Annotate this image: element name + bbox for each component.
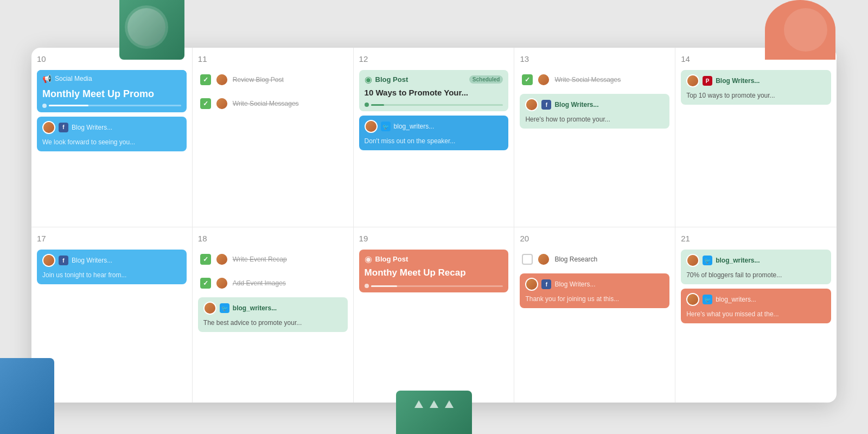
twitter-card-12[interactable]: 🐦 blog_writers... Don't miss out on the …	[359, 116, 509, 150]
blog-card-header: ◉ Blog Post Scheduled	[359, 70, 509, 87]
avatar-17	[42, 254, 55, 267]
avatar-bw-13	[525, 98, 538, 111]
progress-fill	[49, 105, 88, 106]
day-cell-14: 14 P Blog Writers... Top 10 ways to prom…	[675, 48, 837, 227]
blog-label: Blog Post	[375, 75, 409, 84]
avatar-13	[537, 73, 550, 86]
day-number-11: 11	[198, 54, 348, 63]
blog-writers-card-13[interactable]: f Blog Writers... Here's how to promote …	[520, 94, 669, 129]
blog-post-title-19: Monthy Meet Up Recap	[365, 267, 503, 278]
task-item-write-social-13[interactable]: ✓ Write Social Messages	[520, 70, 669, 90]
tw-body-21-r: Here's what you missed at the...	[681, 308, 831, 323]
blog-writers-card-20[interactable]: f Blog Writers... Thank you for joining …	[520, 273, 669, 308]
avatar-tw-18	[203, 302, 216, 315]
twitter-card-body: Don't miss out on the speaker...	[359, 135, 509, 150]
promo-card-header: 📢 Social Media	[37, 70, 187, 86]
megaphone-icon: 📢	[42, 74, 52, 83]
progress-dot	[365, 103, 369, 107]
blog-writers-header-13: f Blog Writers...	[520, 94, 669, 113]
card-text: We look forward to seeing you...	[42, 138, 181, 146]
promo-card-title: Monthly Meet Up Promo	[37, 86, 187, 101]
avatar-pt-14	[686, 74, 699, 87]
bw-username-13: Blog Writers...	[554, 101, 598, 108]
blog-icon: ◉ Blog Post	[365, 74, 409, 85]
svg-marker-1	[430, 400, 438, 408]
task-cb-images[interactable]: ✓	[200, 278, 211, 289]
social-fb-card-17[interactable]: f Blog Writers... Join us tonight to hea…	[37, 250, 187, 284]
promo-card-label: Social Media	[55, 75, 92, 82]
svg-marker-2	[445, 400, 454, 408]
blog-post-card-12[interactable]: ◉ Blog Post Scheduled 10 Ways to Promote…	[359, 70, 509, 111]
blog-post-card-19[interactable]: ◉ Blog Post Monthy Meet Up Recap	[359, 250, 509, 292]
task-label-images: Add Event Images	[233, 279, 286, 287]
avatar-research	[537, 253, 550, 266]
blog-label-19: Blog Post	[375, 255, 409, 263]
tw-username-21-g: blog_writers...	[716, 257, 760, 264]
twitter-card-text: Don't miss out on the speaker...	[365, 137, 503, 145]
day-cell-17: 17 f Blog Writers... Join us tonight to …	[31, 227, 193, 403]
bw-card-body-13: Here's how to promote your...	[520, 113, 669, 129]
fb-card-body-17: Join us tonight to hear from...	[37, 269, 187, 284]
progress-dot-19	[365, 284, 369, 288]
avatar	[215, 73, 228, 86]
avatar-recap	[215, 253, 228, 266]
progress-track-19	[371, 285, 503, 287]
avatar	[42, 121, 55, 134]
twitter-card-18[interactable]: 🐦 blog_writers... The best advice to pro…	[198, 297, 348, 332]
promo-card[interactable]: 📢 Social Media Monthly Meet Up Promo	[37, 70, 187, 112]
rss-icon-19: ◉	[365, 254, 372, 264]
twitter-card-21-green[interactable]: 🐦 blog_writers... 70% of bloggers fail t…	[681, 250, 831, 284]
task-cb-recap[interactable]: ✓	[200, 254, 211, 265]
scheduled-badge: Scheduled	[469, 75, 503, 84]
fb-icon-20: f	[541, 279, 551, 289]
task-checkbox-done-2[interactable]: ✓	[200, 98, 211, 109]
corner-decoration-bl	[0, 358, 54, 434]
day-number-21: 21	[681, 234, 831, 243]
day-cell-11: 11 ✓ Review Blog Post ✓ Write Social Mes…	[193, 48, 354, 227]
twitter-card-header: 🐦 blog_writers...	[359, 116, 509, 135]
fb-icon-17: f	[59, 256, 68, 265]
task-label-research: Blog Research	[554, 256, 597, 263]
pinterest-card-14[interactable]: P Blog Writers... Top 10 ways to promote…	[681, 70, 831, 105]
day-number-13: 13	[520, 54, 669, 63]
social-fb-card-10[interactable]: f Blog Writers... We look forward to see…	[37, 117, 187, 151]
blog-progress	[359, 100, 509, 111]
fb-card-text-17: Join us tonight to hear from...	[42, 271, 181, 279]
task-label-recap: Write Event Recap	[233, 256, 287, 263]
task-checkbox-13[interactable]: ✓	[522, 74, 533, 85]
blog-icon-19: ◉ Blog Post	[365, 254, 409, 264]
bw-card-body-20: Thank you for joining us at this...	[520, 293, 669, 308]
twitter-card-21-red[interactable]: 🐦 blog_writers... Here's what you missed…	[681, 289, 831, 323]
blog-progress-19	[359, 282, 509, 292]
avatar-bw-20	[525, 278, 538, 291]
tw-header-21-red: 🐦 blog_writers...	[681, 289, 831, 308]
avatar-tw-21-r	[686, 293, 699, 306]
avatar-images	[215, 277, 228, 290]
task-event-images[interactable]: ✓ Add Event Images	[198, 273, 348, 293]
task-item-review[interactable]: ✓ Review Blog Post	[198, 70, 348, 90]
rss-icon: ◉	[365, 74, 372, 85]
day-cell-10: 10 📢 Social Media Monthly Meet Up Promo	[31, 48, 193, 227]
day-cell-12: 12 ◉ Blog Post Scheduled 10 Ways to Prom…	[354, 48, 515, 227]
progress-track	[49, 105, 181, 106]
task-blog-research[interactable]: Blog Research	[520, 250, 669, 269]
tw-username-21-r: blog_writers...	[716, 296, 756, 303]
task-label-2: Write Social Messages	[233, 100, 299, 107]
progress-track	[371, 104, 503, 106]
tw-card-text-18: The best advice to promote your...	[203, 319, 342, 327]
tw-card-body-18: The best advice to promote your...	[198, 317, 348, 332]
task-item-write-social[interactable]: ✓ Write Social Messages	[198, 94, 348, 113]
task-event-recap[interactable]: ✓ Write Event Recap	[198, 250, 348, 269]
check-icon-13: ✓	[525, 76, 530, 84]
fb-card-header-17: f Blog Writers...	[37, 250, 187, 269]
task-checkbox-done[interactable]: ✓	[200, 74, 211, 85]
corner-decoration-tr	[765, 0, 835, 60]
week-row-1: 10 📢 Social Media Monthly Meet Up Promo	[31, 48, 837, 227]
calendar-container: 10 📢 Social Media Monthly Meet Up Promo	[31, 48, 837, 403]
progress-fill	[371, 104, 384, 106]
task-cb-research[interactable]	[522, 254, 533, 265]
tw-icon-18: 🐦	[220, 303, 229, 313]
progress-fill-19	[371, 285, 398, 287]
bw-username-20: Blog Writers...	[554, 280, 595, 288]
tw-icon-21-g: 🐦	[703, 256, 712, 265]
